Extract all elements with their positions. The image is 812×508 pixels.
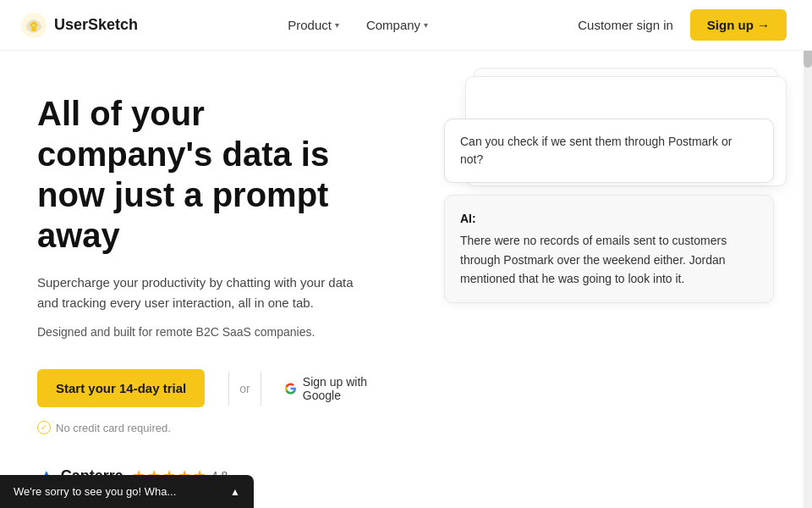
hero-left: All of your company's data is now just a…: [0, 51, 406, 508]
ai-label: AI:: [460, 209, 758, 228]
google-icon: [285, 380, 296, 397]
customer-signin-link[interactable]: Customer sign in: [578, 18, 673, 32]
user-message-text: Can you check if we sent them through Po…: [460, 135, 732, 166]
main-content: All of your company's data is now just a…: [0, 51, 812, 508]
chat-container: Can you check if we sent them through Po…: [444, 119, 774, 303]
ai-message-bubble: AI: There were no records of emails sent…: [444, 195, 774, 303]
navbar: UserSketch Product ▾ Company ▾ Customer …: [0, 0, 812, 51]
nav-product-label: Product: [288, 18, 332, 32]
divider-line: [228, 372, 229, 406]
logo-area[interactable]: UserSketch: [20, 12, 138, 39]
check-icon: ✓: [37, 421, 51, 434]
divider-line-right: [261, 372, 261, 406]
no-credit-row: ✓ No credit card required.: [37, 421, 372, 434]
bottom-bar-text: We're sorry to see you go! Wha...: [14, 485, 176, 498]
or-text: or: [239, 382, 250, 395]
nav-company[interactable]: Company ▾: [366, 18, 428, 32]
hero-tagline: Designed and built for remote B2C SaaS c…: [37, 325, 372, 339]
trial-button[interactable]: Start your 14-day trial: [37, 369, 205, 407]
logo-text: UserSketch: [54, 16, 138, 34]
logo-icon: [20, 12, 47, 39]
ai-message-text: There were no records of emails sent to …: [460, 234, 727, 285]
google-signup-label: Sign up with Google: [303, 375, 372, 402]
hero-right: Can you check if we sent them through Po…: [406, 51, 812, 508]
nav-center: Product ▾ Company ▾: [288, 18, 428, 32]
nav-product[interactable]: Product ▾: [288, 18, 339, 32]
nav-right: Customer sign in Sign up →: [578, 9, 787, 41]
hero-title: All of your company's data is now just a…: [37, 93, 372, 256]
bottom-notification-bar[interactable]: We're sorry to see you go! Wha... ▲: [0, 475, 254, 508]
svg-point-1: [31, 26, 36, 31]
signup-button[interactable]: Sign up →: [690, 9, 787, 41]
chevron-down-icon: ▾: [424, 20, 428, 30]
chevron-up-icon: ▲: [230, 486, 240, 498]
or-divider: or: [218, 372, 271, 406]
cta-row: Start your 14-day trial or Sign up with …: [37, 369, 372, 407]
chevron-down-icon: ▾: [335, 20, 339, 30]
hero-subtitle: Supercharge your productivity by chattin…: [37, 273, 372, 313]
nav-company-label: Company: [366, 18, 420, 32]
google-signup-button[interactable]: Sign up with Google: [285, 375, 372, 402]
no-credit-text: No credit card required.: [56, 422, 171, 434]
user-message-bubble: Can you check if we sent them through Po…: [444, 119, 774, 183]
